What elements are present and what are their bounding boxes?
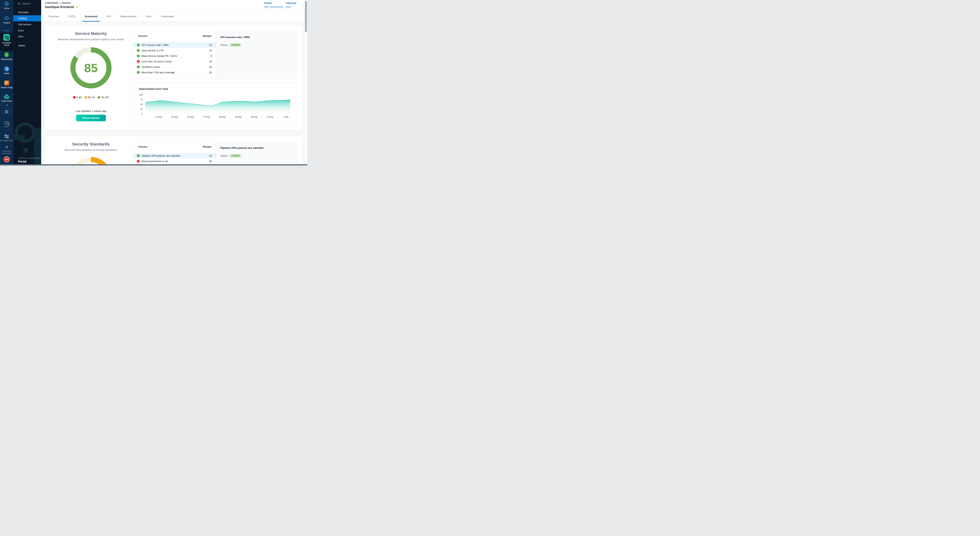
check-name: Branch protection is set [142, 160, 209, 163]
checks-column-header: Checks [138, 145, 147, 148]
module-cloud-costs[interactable]: $Cloud Costs [0, 94, 13, 102]
checks-column-header: Checks [138, 35, 147, 37]
detail-check-title: API success rate > 99% [220, 36, 250, 39]
check-row-java-version-is-lts[interactable]: ✓Java version is LTS20 [134, 48, 216, 53]
sidebar-item-docs[interactable]: Docs [13, 27, 41, 33]
rail-resize-handle[interactable] [4, 30, 10, 31]
sidebar-search[interactable]: Search [13, 0, 41, 8]
tab-docs[interactable]: Docs [146, 11, 152, 22]
cloud-costs-icon: $ [4, 94, 10, 99]
sidebar-decoration-square [24, 148, 28, 153]
x-axis-tick-29-aug: 29 Aug [232, 116, 244, 118]
check-row-more-than-70-test-coverage[interactable]: ✓More than 70% test coverage20 [134, 70, 216, 75]
module-projects[interactable]: Projects [0, 16, 13, 24]
improvement-area-chart [145, 95, 290, 114]
y-axis-tick-50: 50 [136, 103, 143, 105]
maturity-checks-table: Checks Weight ✓API success rate > 99%10✓… [134, 32, 216, 79]
module-developer-portal[interactable]: Developer Portal [0, 34, 13, 46]
security-check-detail-panel: Pipeline OPA policies are satisfied Stat… [216, 142, 296, 165]
dashboards-icon [5, 135, 9, 138]
security-checks-table: Checks Weight ✓Pipeline OPA policies are… [134, 142, 216, 165]
lifecycle-value[interactable]: prod [286, 5, 296, 8]
legend-label: 75-100 [101, 96, 109, 99]
scorecard-title: Security Standards [45, 142, 137, 146]
tab-dependencies[interactable]: Dependencies [120, 11, 137, 22]
x-axis-tick-30-aug: 30 Aug [248, 116, 260, 118]
tab-ci-cd[interactable]: CI/CD [68, 11, 75, 22]
check-row-techdocs-exists[interactable]: ✓TechDocs exists30 [134, 64, 216, 70]
module-label: Cloud Costs [2, 100, 12, 102]
tab-api[interactable]: API [107, 11, 111, 22]
check-name: Pipeline OPA policies are satisfied [142, 154, 209, 157]
check-name: Java version is LTS [142, 49, 209, 52]
sidebar-item-overview[interactable]: Overview [13, 9, 41, 15]
check-weight: 20 [209, 71, 212, 74]
check-passed-icon: ✓ [137, 54, 140, 57]
sidebar-item-catalog[interactable]: Catalog [13, 15, 41, 21]
gear-icon: ⚙ [5, 145, 8, 149]
status-badge: PASSED [230, 43, 241, 47]
entity-kind: COMPONENT — SERVICE [45, 2, 71, 4]
x-axis-tick-24-aug: 24 Aug [153, 116, 165, 118]
sidebar-decoration-bar [13, 135, 25, 140]
tab-kubernetes[interactable]: Kubernetes [161, 11, 174, 22]
check-row-pipeline-opa-policies-are-sati[interactable]: ✓Pipeline OPA policies are satisfied10 [134, 153, 216, 158]
tab-scorecard[interactable]: Scorecard [85, 11, 97, 22]
scorecard-subtitle: Measures best practices of security oper… [45, 148, 137, 151]
rail-divider [0, 26, 13, 27]
sidebar-item-self-service[interactable]: Self service [13, 21, 41, 27]
check-passed-icon: ✓ [137, 71, 140, 74]
scorecard-subtitle: Measures development best practices agai… [45, 38, 137, 41]
x-axis-tick-31-aug: 31 Aug [264, 116, 276, 118]
rerun-checks-button[interactable]: Rerun Checks [76, 115, 106, 121]
sidebar-item-apis[interactable]: APIs [13, 33, 41, 40]
service-maturity-card: Service Maturity Measures development be… [45, 25, 302, 131]
module-deployments[interactable]: ∞Deployments [0, 52, 13, 60]
check-passed-icon: ✓ [137, 65, 140, 68]
maturity-score-value: 85 [84, 61, 98, 75]
check-row-mean-time-to-merge-pr-48-hr[interactable]: ✓Mean time to merge PR < 48 hr5 [134, 53, 216, 59]
utility-help[interactable]: ?HELP [0, 122, 13, 128]
y-axis-tick-75: 75 [136, 99, 143, 101]
footer-title: Portal [18, 160, 41, 163]
check-row-branch-protection-is-set[interactable]: ✕Branch protection is set30 [134, 158, 216, 164]
maturity-score-donut: 85 [70, 47, 111, 88]
owner-link[interactable]: Owner field_engineering [264, 2, 283, 8]
module-label: Deployments [1, 58, 12, 60]
favorite-star-icon[interactable]: ★ [76, 5, 78, 9]
tab-overview[interactable]: Overview [48, 11, 59, 22]
entity-header: COMPONENT — SERVICE boutique-frontend ★ … [41, 0, 304, 11]
x-axis-tick-26-aug: 26 Aug [185, 116, 196, 118]
check-name: TechDocs exists [142, 65, 209, 68]
check-weight: 20 [209, 49, 212, 52]
module-picker-button[interactable] [3, 107, 11, 116]
developer-portal-scorecard-screen: HomeProjectsDeveloper Portal∞Deployments… [0, 0, 307, 165]
module-label: Projects [3, 22, 10, 24]
lifecycle-link[interactable]: Lifecycle prod [286, 2, 296, 8]
sidebar-item-admin[interactable]: Admin [13, 43, 41, 49]
owner-value[interactable]: field_engineering [264, 5, 283, 8]
check-row-api-success-rate-99-[interactable]: ✓API success rate > 99%10 [134, 42, 216, 48]
developer-portal-icon [3, 34, 10, 41]
utility-account-settings[interactable]: ⚙ACCOUNTSETTINGS [0, 145, 13, 155]
avatar[interactable]: HM [4, 156, 10, 162]
module-feature-flags[interactable]: Feature Flags [0, 80, 13, 89]
security-standards-card: Security Standards Measures best practic… [45, 136, 302, 165]
detail-check-title: Pipeline OPA policies are satisfied [220, 146, 263, 150]
module-home[interactable]: Home [0, 1, 13, 10]
vertical-scrollbar[interactable] [304, 0, 307, 165]
chart-title: Improvement Over Time [139, 87, 168, 91]
utility-dashboards[interactable]: DASHBOARDS [0, 135, 13, 142]
detail-status-row: Status: PASSED [220, 43, 241, 47]
horizontal-scrollbar[interactable] [0, 164, 307, 165]
module-builds[interactable]: Builds [0, 66, 13, 75]
check-row-less-than-1-error-in-prod[interactable]: ✕Less than 1% error in prod15 [134, 59, 216, 64]
utility-label: HELP [4, 126, 9, 128]
chevron-down-icon[interactable] [5, 105, 8, 106]
score-legend: 0-4950-7475-100 [45, 96, 137, 99]
sidebar-divider [13, 41, 41, 41]
check-failed-icon: ✕ [137, 60, 140, 63]
vertical-scrollbar-thumb[interactable] [305, 1, 307, 32]
legend-dot [98, 96, 100, 99]
last-updated-text: Last Updated: 2 weeks ago [45, 110, 137, 113]
